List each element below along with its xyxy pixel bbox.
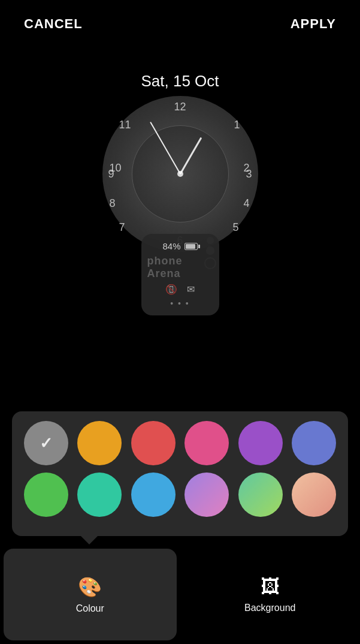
bottom-tabs: 🎨 Colour 🖼 Background (0, 545, 360, 644)
swatch-gradient3[interactable] (292, 473, 336, 517)
swatch-teal[interactable] (77, 473, 122, 517)
swatch-green[interactable] (24, 473, 68, 517)
swatch-blue[interactable] (292, 421, 336, 465)
clock-container: 12 1 2 3 4 5 6 7 8 9 10 11 (102, 96, 258, 252)
cancel-button[interactable]: CANCEL (24, 16, 83, 32)
header: CANCEL APPLY (0, 0, 360, 48)
clock-num-4: 4 (243, 197, 249, 210)
swatch-gray[interactable] (24, 421, 68, 465)
date-label: Sat, 15 Oct (141, 72, 219, 91)
palette-icon: 🎨 (78, 576, 102, 598)
tab-background[interactable]: 🖼 Background (184, 549, 357, 640)
clock-center (177, 171, 183, 177)
image-icon: 🖼 (261, 576, 280, 598)
minute-hand (150, 122, 181, 174)
tab-colour-label: Colour (76, 603, 104, 614)
notification-overlay: 84% phone Arena 📵 ✉ • • • (141, 234, 219, 315)
brand-watermark: phone Arena (147, 255, 213, 280)
battery-percent: 84% (162, 241, 180, 251)
hour-hand (179, 137, 202, 174)
palette-caret (81, 536, 98, 544)
missed-call-icon: 📵 (165, 284, 177, 295)
clock-num-3: 3 (246, 168, 252, 180)
clock-num-11: 11 (119, 119, 131, 131)
clock-num-5: 5 (232, 221, 238, 234)
swatch-purple[interactable] (238, 421, 283, 465)
swatch-gradient1[interactable] (184, 473, 229, 517)
color-palette (12, 411, 348, 536)
clock-num-8: 8 (110, 197, 116, 210)
message-icon: ✉ (187, 284, 195, 295)
swatch-gradient2[interactable] (238, 473, 283, 517)
clock-num-12: 12 (174, 101, 186, 113)
battery-row: 84% (162, 241, 197, 251)
notification-icons: 📵 ✉ (165, 284, 195, 295)
clock-num-7: 7 (119, 221, 125, 234)
dots-row: • • • (170, 299, 189, 308)
clock-num-1: 1 (234, 119, 240, 131)
swatch-red[interactable] (131, 421, 176, 465)
battery-fill (186, 244, 195, 249)
swatch-pink[interactable] (184, 421, 229, 465)
tab-colour[interactable]: 🎨 Colour (4, 549, 177, 640)
battery-icon (184, 243, 198, 250)
tab-background-label: Background (244, 603, 295, 613)
apply-button[interactable]: APPLY (291, 16, 336, 32)
swatch-sky[interactable] (131, 473, 176, 517)
palette-row-2 (19, 473, 341, 517)
swatch-orange[interactable] (77, 421, 122, 465)
palette-row-1 (19, 421, 341, 465)
clock-face: 12 1 2 3 4 5 6 7 8 9 10 11 (102, 96, 258, 252)
clock-num-10: 10 (110, 162, 122, 174)
